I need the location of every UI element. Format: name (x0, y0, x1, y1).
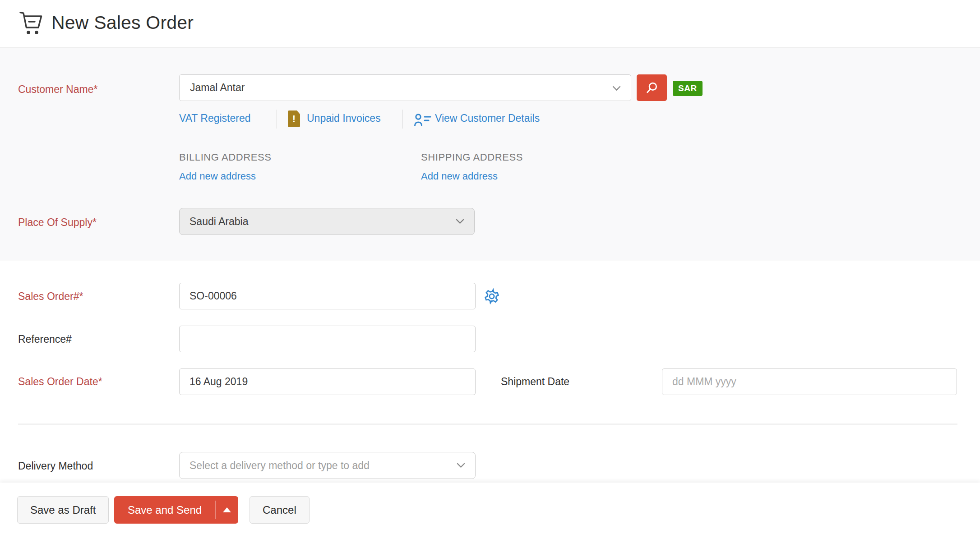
warning-document-icon: ! (288, 110, 300, 127)
cart-icon (19, 11, 43, 36)
page-header: New Sales Order (0, 0, 980, 48)
delivery-method-placeholder: Select a delivery method or type to add (190, 460, 370, 472)
customer-name-input[interactable] (180, 75, 631, 101)
sales-order-date-input[interactable] (179, 368, 476, 395)
billing-add-new-address-link[interactable]: Add new address (179, 170, 256, 182)
shipment-date-label: Shipment Date (501, 376, 569, 388)
divider (402, 110, 402, 129)
chevron-down-icon (457, 463, 465, 468)
sales-order-date-label: Sales Order Date* (18, 376, 102, 388)
currency-badge: SAR (673, 81, 703, 96)
section-divider (18, 424, 957, 425)
shipment-date-input[interactable] (662, 368, 957, 395)
customer-name-label: Customer Name* (18, 83, 97, 96)
cancel-button[interactable]: Cancel (250, 496, 310, 524)
search-icon (645, 81, 659, 95)
billing-address-heading: BILLING ADDRESS (179, 152, 272, 163)
vat-registered-link[interactable]: VAT Registered (179, 112, 251, 124)
reference-label: Reference# (18, 333, 72, 345)
chevron-down-icon[interactable] (612, 86, 621, 91)
shipping-address-heading: SHIPPING ADDRESS (421, 152, 523, 163)
chevron-down-icon (456, 219, 464, 224)
delivery-method-select[interactable]: Select a delivery method or type to add (179, 452, 476, 479)
sales-order-number-label: Sales Order#* (18, 290, 83, 303)
place-of-supply-select[interactable]: Saudi Arabia (179, 208, 475, 235)
delivery-method-label: Delivery Method (18, 460, 93, 472)
reference-input[interactable] (179, 326, 476, 352)
save-and-send-split-button[interactable]: Save and Send (114, 496, 238, 524)
place-of-supply-value: Saudi Arabia (190, 216, 248, 228)
save-as-draft-button[interactable]: Save as Draft (17, 496, 109, 524)
sales-order-number-input[interactable] (179, 283, 476, 309)
shipping-add-new-address-link[interactable]: Add new address (421, 170, 498, 182)
unpaid-invoices-link[interactable]: Unpaid Invoices (307, 112, 381, 124)
caret-up-icon (223, 507, 231, 512)
divider (277, 110, 277, 129)
save-and-send-more-button[interactable] (216, 496, 238, 524)
page-title: New Sales Order (51, 12, 194, 33)
customer-name-select[interactable] (179, 74, 631, 101)
contact-card-icon (414, 113, 432, 128)
customer-search-button[interactable] (637, 74, 667, 101)
view-customer-details-link[interactable]: View Customer Details (435, 112, 540, 124)
place-of-supply-label: Place Of Supply* (18, 216, 97, 229)
gear-icon[interactable] (483, 288, 500, 305)
save-and-send-button[interactable]: Save and Send (114, 496, 215, 524)
